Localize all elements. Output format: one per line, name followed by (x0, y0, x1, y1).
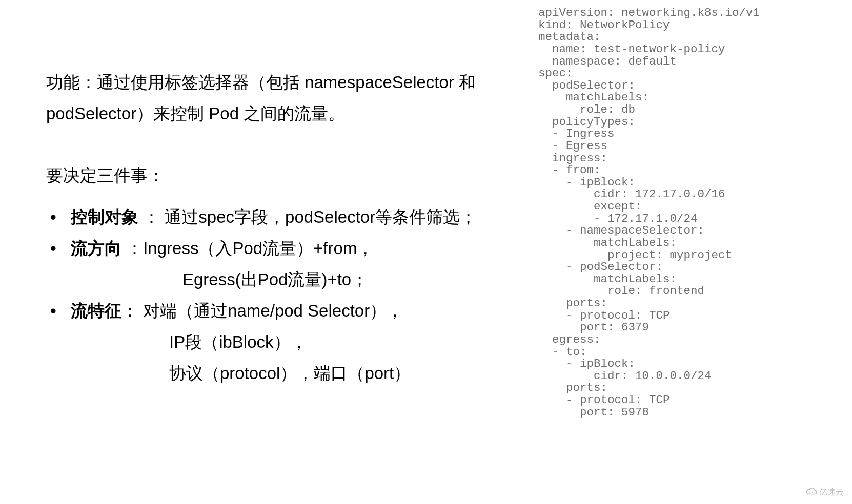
intro-text: 功能：通过使用标签选择器（包括 namespaceSelector 和 podS… (46, 67, 528, 129)
bullet-continuation: Egress(出Pod流量)+to； (71, 264, 528, 295)
decide-heading: 要决定三件事： (46, 160, 528, 191)
watermark: 亿速云 (806, 486, 844, 499)
cloud-icon (806, 486, 817, 499)
bullet-text: ： 对端（通过name/pod Selector）， (121, 301, 403, 320)
bullet-dot: • (50, 295, 56, 326)
bullet-list: • 控制对象 ： 通过spec字段，podSelector等条件筛选； • 流方… (46, 201, 528, 389)
code-panel: apiVersion: networking.k8s.io/v1 kind: N… (538, 0, 852, 504)
watermark-text: 亿速云 (819, 487, 844, 498)
bullet-label: 流方向 (71, 239, 121, 258)
bullet-dot: • (50, 201, 56, 233)
bullet-continuation: 协议（protocol），端口（port） (71, 358, 528, 389)
slide-root: 功能：通过使用标签选择器（包括 namespaceSelector 和 podS… (0, 0, 852, 504)
svg-point-1 (812, 492, 813, 493)
bullet-dot: • (50, 233, 56, 264)
bullet-text: ： 通过spec字段，podSelector等条件筛选； (138, 207, 477, 226)
bullet-label: 控制对象 (71, 207, 138, 226)
bullet-item-1: • 流方向 ：Ingress（入Pod流量）+from， Egress(出Pod… (46, 233, 528, 295)
bullet-continuation: IP段（ibBlock）， (71, 326, 528, 358)
bullet-label: 流特征 (71, 301, 121, 320)
bullet-text: ：Ingress（入Pod流量）+from， (121, 239, 374, 258)
bullet-item-2: • 流特征： 对端（通过name/pod Selector）， IP段（ibBl… (46, 295, 528, 389)
svg-point-0 (809, 492, 810, 493)
bullet-item-0: • 控制对象 ： 通过spec字段，podSelector等条件筛选； (46, 201, 528, 233)
left-panel: 功能：通过使用标签选择器（包括 namespaceSelector 和 podS… (0, 0, 538, 504)
